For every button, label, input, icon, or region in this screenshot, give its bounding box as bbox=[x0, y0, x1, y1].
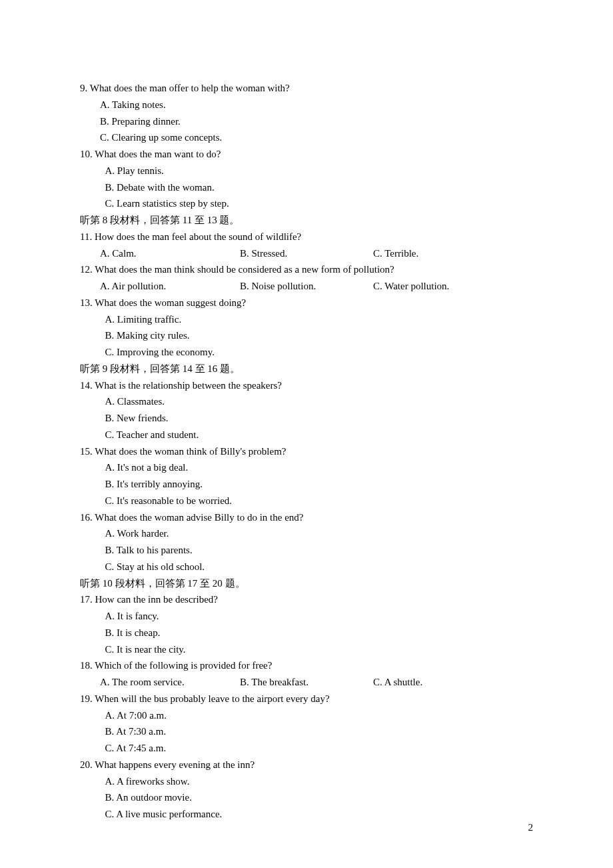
section-instruction: 听第 9 段材料，回答第 14 至 16 题。 bbox=[80, 361, 533, 377]
page-content: 9. What does the man offer to help the w… bbox=[0, 0, 613, 823]
question-text: 10. What does the man want to do? bbox=[80, 146, 533, 163]
question-text: 20. What happens every evening at the in… bbox=[80, 757, 533, 773]
question-block: 9. What does the man offer to help the w… bbox=[80, 80, 533, 146]
answer-option: C. Terrible. bbox=[373, 245, 506, 262]
question-block: 20. What happens every evening at the in… bbox=[80, 757, 533, 823]
answer-option: B. Stressed. bbox=[240, 245, 373, 262]
question-block: 18. Which of the following is provided f… bbox=[80, 657, 533, 691]
question-block: 11. How does the man feel about the soun… bbox=[80, 229, 533, 262]
answer-option: B. An outdoor movie. bbox=[80, 789, 533, 806]
answer-option: A. Calm. bbox=[100, 245, 240, 262]
answer-option: A. Play tennis. bbox=[80, 163, 533, 179]
question-text: 18. Which of the following is provided f… bbox=[80, 657, 533, 674]
answer-option: B. Debate with the woman. bbox=[80, 179, 533, 196]
answer-option: A. At 7:00 a.m. bbox=[80, 707, 533, 724]
question-text: 12. What does the man think should be co… bbox=[80, 261, 533, 278]
options-row: A. Calm.B. Stressed.C. Terrible. bbox=[80, 245, 533, 262]
answer-option: A. It is fancy. bbox=[80, 608, 533, 625]
question-text: 16. What does the woman advise Billy to … bbox=[80, 509, 533, 526]
section-instruction: 听第 10 段材料，回答第 17 至 20 题。 bbox=[80, 575, 533, 592]
question-block: 19. When will the bus probably leave to … bbox=[80, 691, 533, 757]
answer-option: B. New friends. bbox=[80, 410, 533, 427]
question-text: 14. What is the relationship between the… bbox=[80, 377, 533, 394]
answer-option: C. Stay at his old school. bbox=[80, 559, 533, 575]
answer-option: A. Classmates. bbox=[80, 393, 533, 410]
answer-option: B. Talk to his parents. bbox=[80, 542, 533, 559]
section-instruction: 听第 8 段材料，回答第 11 至 13 题。 bbox=[80, 212, 533, 229]
answer-option: B. The breakfast. bbox=[240, 674, 373, 691]
answer-option: B. It is cheap. bbox=[80, 625, 533, 641]
page-number: 2 bbox=[528, 819, 534, 836]
question-text: 9. What does the man offer to help the w… bbox=[80, 80, 533, 97]
answer-option: A. The room service. bbox=[100, 674, 240, 691]
answer-option: C. Improving the economy. bbox=[80, 344, 533, 361]
answer-option: A. Work harder. bbox=[80, 525, 533, 542]
question-block: 13. What does the woman suggest doing?A.… bbox=[80, 295, 533, 361]
answer-option: C. Water pollution. bbox=[373, 278, 506, 295]
answer-option: C. A shuttle. bbox=[373, 674, 506, 691]
answer-option: A. Taking notes. bbox=[80, 97, 533, 113]
answer-option: C. A live music performance. bbox=[80, 806, 533, 823]
question-text: 13. What does the woman suggest doing? bbox=[80, 295, 533, 311]
answer-option: A. Air pollution. bbox=[100, 278, 240, 295]
options-row: A. Air pollution.B. Noise pollution.C. W… bbox=[80, 278, 533, 295]
question-block: 15. What does the woman think of Billy's… bbox=[80, 443, 533, 509]
question-block: 14. What is the relationship between the… bbox=[80, 377, 533, 443]
question-text: 15. What does the woman think of Billy's… bbox=[80, 443, 533, 460]
question-block: 10. What does the man want to do?A. Play… bbox=[80, 146, 533, 212]
question-block: 12. What does the man think should be co… bbox=[80, 261, 533, 295]
question-block: 17. How can the inn be described?A. It i… bbox=[80, 591, 533, 657]
answer-option: A. Limiting traffic. bbox=[80, 311, 533, 328]
answer-option: C. Learn statistics step by step. bbox=[80, 195, 533, 212]
question-text: 17. How can the inn be described? bbox=[80, 591, 533, 608]
question-text: 11. How does the man feel about the soun… bbox=[80, 229, 533, 245]
answer-option: C. It is near the city. bbox=[80, 641, 533, 658]
answer-option: B. Preparing dinner. bbox=[80, 113, 533, 130]
question-text: 19. When will the bus probably leave to … bbox=[80, 691, 533, 707]
answer-option: B. Noise pollution. bbox=[240, 278, 373, 295]
answer-option: C. Teacher and student. bbox=[80, 427, 533, 443]
question-block: 16. What does the woman advise Billy to … bbox=[80, 509, 533, 575]
answer-option: C. At 7:45 a.m. bbox=[80, 740, 533, 757]
options-row: A. The room service.B. The breakfast.C. … bbox=[80, 674, 533, 691]
answer-option: B. Making city rules. bbox=[80, 327, 533, 344]
answer-option: A. It's not a big deal. bbox=[80, 459, 533, 476]
answer-option: A. A fireworks show. bbox=[80, 773, 533, 790]
answer-option: C. It's reasonable to be worried. bbox=[80, 493, 533, 509]
answer-option: C. Clearing up some concepts. bbox=[80, 129, 533, 146]
answer-option: B. At 7:30 a.m. bbox=[80, 723, 533, 740]
answer-option: B. It's terribly annoying. bbox=[80, 476, 533, 493]
